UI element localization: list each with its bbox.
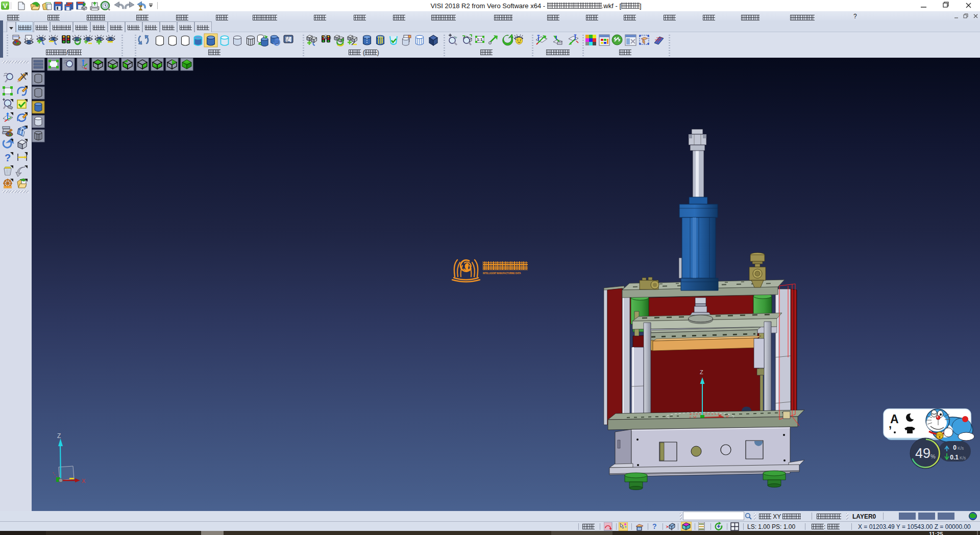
svg-text:V: V [3,2,8,10]
svg-text:1:1: 1:1 [477,37,483,42]
svg-text:K/s: K/s [958,446,964,451]
svg-text:X: X [82,478,86,484]
svg-text:0: 0 [953,444,957,451]
svg-text:49: 49 [915,446,930,461]
svg-text:,: , [889,418,892,430]
svg-text:Z: Z [57,432,61,440]
svg-text:0.1: 0.1 [950,454,959,461]
svg-text:%: % [930,453,936,459]
svg-text:3d: 3d [638,527,641,530]
svg-text:?: ? [5,152,11,163]
svg-text:K/s: K/s [960,455,966,460]
svg-text:Z: Z [700,369,703,375]
